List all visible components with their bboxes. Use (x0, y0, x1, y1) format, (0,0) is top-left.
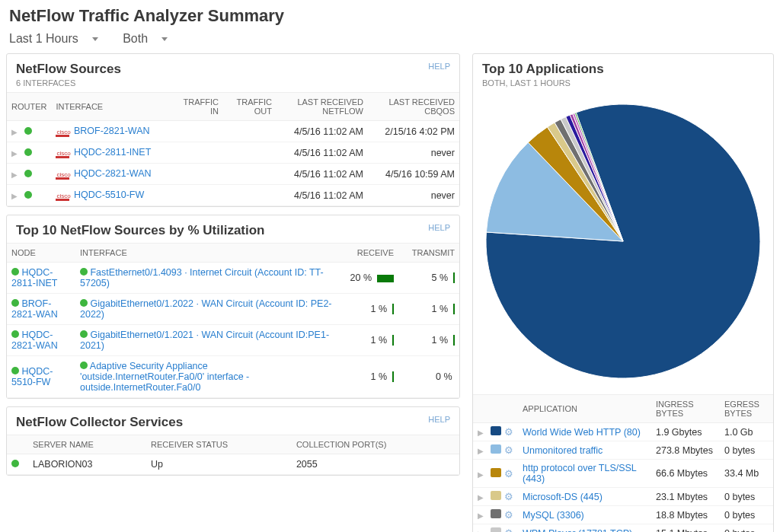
interface-link[interactable]: GigabitEthernet0/1.2021 · WAN Circuit (A… (80, 330, 329, 351)
expand-icon[interactable]: ▶ (478, 428, 488, 437)
interface-link[interactable]: HQDC-5510-FW (74, 190, 144, 200)
interface-link[interactable]: BROF-2821-WAN (74, 126, 150, 136)
table-row: ▶ ⚙http protocol over TLS/SSL (443)66.6 … (473, 460, 773, 488)
help-link[interactable]: HELP (428, 223, 450, 232)
receive-pct: 1 % (337, 325, 398, 356)
gear-icon[interactable]: ⚙ (504, 509, 513, 521)
col-application: APPLICATION (518, 395, 651, 423)
color-swatch (491, 509, 501, 518)
col-node: NODE (7, 244, 75, 263)
application-link[interactable]: World Wide Web HTTP (80) (523, 427, 641, 438)
col-ports: COLLECTION PORT(S) (292, 435, 459, 454)
direction-dropdown[interactable]: Both (123, 32, 178, 45)
ingress-bytes: 18.8 Mbytes (651, 506, 720, 524)
color-swatch (491, 426, 501, 435)
table-row: LABORION03Up2055 (7, 454, 459, 475)
last-cbqos: 4/5/16 10:59 AM (368, 164, 459, 185)
table-row: HQDC-5510-FW Adaptive Security Appliance… (7, 356, 459, 398)
interface-link[interactable]: GigabitEthernet0/1.2022 · WAN Circuit (A… (80, 298, 332, 320)
application-link[interactable]: Microsoft-DS (445) (523, 492, 603, 502)
apps-table: APPLICATION INGRESS BYTES EGRESS BYTES ▶… (473, 394, 773, 532)
application-link[interactable]: Unmonitored traffic (523, 445, 603, 456)
status-dot-icon (24, 127, 32, 135)
collector-panel: NetFlow Collector Services HELP SERVER N… (6, 406, 460, 476)
table-row: HQDC-2811-INET FastEthernet0/1.4093 · In… (7, 263, 459, 294)
sources-table: ROUTER INTERFACE TRAFFIC IN TRAFFIC OUT … (7, 92, 459, 206)
expand-icon[interactable]: ▶ (478, 447, 488, 455)
col-transmit: TRANSMIT (398, 244, 459, 263)
gear-icon[interactable]: ⚙ (504, 527, 513, 532)
receiver-status: Up (146, 454, 292, 475)
transmit-pct: 5 % (398, 263, 459, 294)
table-row: ▶ ⚙MySQL (3306)18.8 Mbytes0 bytes (473, 506, 773, 524)
col-interface: INTERFACE (51, 93, 170, 121)
chevron-down-icon (92, 37, 98, 41)
help-link[interactable]: HELP (428, 415, 450, 424)
ingress-bytes: 66.6 Mbytes (651, 460, 720, 488)
expand-icon[interactable]: ▶ (478, 511, 488, 520)
last-netflow: 4/5/16 11:02 AM (277, 164, 368, 185)
status-dot-icon (11, 460, 19, 467)
status-dot-icon (11, 330, 19, 338)
color-swatch (491, 444, 501, 454)
color-swatch (491, 491, 501, 500)
node-link[interactable]: BROF-2821-WAN (11, 298, 58, 320)
expand-icon[interactable]: ▶ (11, 192, 22, 200)
interface-link[interactable]: Adaptive Security Appliance 'outside.Int… (80, 361, 249, 393)
application-link[interactable]: MySQL (3306) (523, 510, 584, 521)
col-ingress: INGRESS BYTES (651, 395, 720, 423)
application-link[interactable]: WPM Player (17781 TCP) (523, 528, 632, 533)
collection-ports: 2055 (292, 454, 459, 475)
netflow-sources-panel: NetFlow Sources 6 INTERFACES HELP ROUTER… (6, 53, 460, 207)
status-dot-icon (24, 170, 32, 177)
ingress-bytes: 1.9 Gbytes (651, 423, 720, 441)
egress-bytes: 1.0 Gb (720, 423, 773, 441)
gear-icon[interactable]: ⚙ (504, 444, 513, 456)
status-dot-icon (80, 268, 88, 276)
panel-title: Top 10 NetFlow Sources by % Utilization (16, 223, 450, 238)
interface-link[interactable]: HQDC-2811-INET (74, 147, 151, 158)
table-row: ▶ cisco BROF-2821-WAN4/5/16 11:02 AM2/15… (7, 121, 459, 142)
gear-icon[interactable]: ⚙ (504, 491, 513, 502)
table-row: ▶ cisco HQDC-2821-WAN4/5/16 11:02 AM4/5/… (7, 164, 459, 185)
status-dot-icon (80, 362, 88, 369)
transmit-pct: 1 % (398, 325, 459, 356)
col-server: SERVER NAME (28, 435, 146, 454)
receive-pct: 1 % (337, 294, 398, 325)
gear-icon[interactable]: ⚙ (504, 426, 513, 438)
transmit-pct: 0 % (398, 356, 459, 398)
page-title: NetFlow Traffic Analyzer Summary (0, 0, 780, 29)
gear-icon[interactable]: ⚙ (504, 468, 513, 479)
table-row: BROF-2821-WAN GigabitEthernet0/1.2022 · … (7, 294, 459, 325)
egress-bytes: 33.4 Mb (720, 460, 773, 488)
apps-pie-chart (478, 97, 768, 386)
status-dot-icon (11, 299, 19, 307)
filter-bar: Last 1 Hours Both (0, 29, 780, 53)
col-traffic-in: TRAFFIC IN (170, 93, 223, 121)
expand-icon[interactable]: ▶ (478, 470, 488, 479)
expand-icon[interactable]: ▶ (11, 149, 22, 158)
interface-link[interactable]: FastEthernet0/1.4093 · Internet Circuit … (80, 267, 324, 288)
node-link[interactable]: HQDC-2811-INET (11, 267, 57, 288)
ingress-bytes: 15.1 Mbytes (651, 524, 720, 533)
time-range-dropdown[interactable]: Last 1 Hours (9, 32, 109, 45)
col-router: ROUTER (7, 93, 51, 121)
top-apps-panel: Top 10 Applications BOTH, LAST 1 HOURS A… (472, 53, 774, 532)
cisco-icon: cisco (56, 151, 69, 158)
panel-title: Top 10 Applications (482, 62, 764, 77)
status-dot-icon (11, 268, 19, 276)
col-egress: EGRESS BYTES (720, 395, 773, 423)
egress-bytes: 0 bytes (720, 506, 773, 524)
col-last-cbqos: LAST RECEIVED CBQOS (368, 93, 459, 121)
table-row: ▶ cisco HQDC-2811-INET4/5/16 11:02 AMnev… (7, 142, 459, 164)
expand-icon[interactable]: ▶ (478, 493, 488, 502)
expand-icon[interactable]: ▶ (11, 128, 22, 136)
expand-icon[interactable]: ▶ (11, 170, 22, 179)
node-link[interactable]: HQDC-2821-WAN (11, 330, 58, 351)
table-row: ▶ ⚙World Wide Web HTTP (80)1.9 Gbytes1.0… (473, 423, 773, 441)
transmit-pct: 1 % (398, 294, 459, 325)
interface-link[interactable]: HQDC-2821-WAN (74, 168, 152, 179)
help-link[interactable]: HELP (428, 62, 450, 71)
collector-table: SERVER NAME RECEIVER STATUS COLLECTION P… (7, 435, 459, 475)
application-link[interactable]: http protocol over TLS/SSL (443) (523, 463, 636, 484)
